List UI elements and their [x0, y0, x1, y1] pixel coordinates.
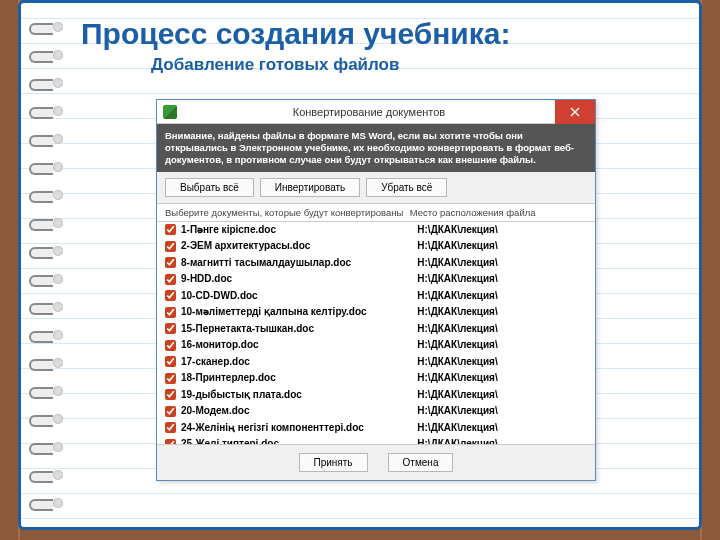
table-row[interactable]: 9-HDD.docH:\ДКАК\лекция\ — [157, 271, 595, 288]
close-button[interactable] — [555, 100, 595, 124]
file-name: 17-сканер.doc — [181, 355, 417, 370]
invert-button[interactable]: Инвертировать — [260, 178, 360, 197]
file-checkbox[interactable] — [165, 307, 176, 318]
table-row[interactable]: 19-дыбыстық плата.docH:\ДКАК\лекция\ — [157, 387, 595, 404]
file-path: H:\ДКАК\лекция\ — [417, 272, 587, 287]
file-path: H:\ДКАК\лекция\ — [417, 256, 587, 271]
file-name: 19-дыбыстық плата.doc — [181, 388, 417, 403]
table-row[interactable]: 18-Принтерлер.docH:\ДКАК\лекция\ — [157, 370, 595, 387]
dialog-title: Конвертирование документов — [183, 106, 595, 118]
column-path: Место расположения файла — [410, 207, 587, 218]
notebook-page: Процесс создания учебника: Добавление го… — [18, 0, 702, 530]
accept-button[interactable]: Принять — [299, 453, 368, 472]
file-checkbox[interactable] — [165, 406, 176, 417]
page-title: Процесс создания учебника: — [81, 17, 679, 51]
page-subtitle: Добавление готовых файлов — [151, 55, 679, 75]
file-name: 16-монитор.doc — [181, 338, 417, 353]
file-checkbox[interactable] — [165, 257, 176, 268]
file-path: H:\ДКАК\лекция\ — [417, 338, 587, 353]
file-checkbox[interactable] — [165, 274, 176, 285]
file-checkbox[interactable] — [165, 373, 176, 384]
file-checkbox[interactable] — [165, 323, 176, 334]
file-path: H:\ДКАК\лекция\ — [417, 421, 587, 436]
file-path: H:\ДКАК\лекция\ — [417, 388, 587, 403]
file-name: 25-Желі типтері.doc — [181, 437, 417, 444]
close-icon — [570, 107, 580, 117]
file-name: 10-CD-DWD.doc — [181, 289, 417, 304]
file-checkbox[interactable] — [165, 389, 176, 400]
file-path: H:\ДКАК\лекция\ — [417, 289, 587, 304]
file-path: H:\ДКАК\лекция\ — [417, 239, 587, 254]
file-checkbox[interactable] — [165, 422, 176, 433]
cancel-button[interactable]: Отмена — [388, 453, 454, 472]
clear-all-button[interactable]: Убрать всё — [366, 178, 447, 197]
table-row[interactable]: 10-мәліметтерді қалпына келтіру.docH:\ДК… — [157, 304, 595, 321]
file-path: H:\ДКАК\лекция\ — [417, 404, 587, 419]
file-checkbox[interactable] — [165, 224, 176, 235]
table-row[interactable]: 10-CD-DWD.docH:\ДКАК\лекция\ — [157, 288, 595, 305]
dialog-footer: Принять Отмена — [157, 444, 595, 480]
file-checkbox[interactable] — [165, 439, 176, 444]
file-list: 1-Пәнге кіріспе.docH:\ДКАК\лекция\2-ЭЕМ … — [157, 222, 595, 444]
warning-banner: Внимание, найдены файлы в формате MS Wor… — [157, 124, 595, 172]
file-name: 1-Пәнге кіріспе.doc — [181, 223, 417, 238]
table-row[interactable]: 17-сканер.docH:\ДКАК\лекция\ — [157, 354, 595, 371]
table-row[interactable]: 25-Желі типтері.docH:\ДКАК\лекция\ — [157, 436, 595, 444]
file-name: 2-ЭЕМ архитектурасы.doc — [181, 239, 417, 254]
file-checkbox[interactable] — [165, 241, 176, 252]
file-name: 20-Модем.doc — [181, 404, 417, 419]
table-row[interactable]: 2-ЭЕМ архитектурасы.docH:\ДКАК\лекция\ — [157, 238, 595, 255]
file-name: 9-HDD.doc — [181, 272, 417, 287]
select-all-button[interactable]: Выбрать всё — [165, 178, 254, 197]
table-row[interactable]: 20-Модем.docH:\ДКАК\лекция\ — [157, 403, 595, 420]
dialog-titlebar[interactable]: Конвертирование документов — [157, 100, 595, 124]
file-path: H:\ДКАК\лекция\ — [417, 355, 587, 370]
convert-dialog: Конвертирование документов Внимание, най… — [156, 99, 596, 481]
file-path: H:\ДКАК\лекция\ — [417, 437, 587, 444]
file-checkbox[interactable] — [165, 340, 176, 351]
selection-toolbar: Выбрать всё Инвертировать Убрать всё — [157, 172, 595, 204]
file-checkbox[interactable] — [165, 356, 176, 367]
list-header: Выберите документы, которые будут конвер… — [157, 204, 595, 222]
file-name: 10-мәліметтерді қалпына келтіру.doc — [181, 305, 417, 320]
file-path: H:\ДКАК\лекция\ — [417, 305, 587, 320]
file-name: 18-Принтерлер.doc — [181, 371, 417, 386]
file-path: H:\ДКАК\лекция\ — [417, 322, 587, 337]
file-path: H:\ДКАК\лекция\ — [417, 371, 587, 386]
column-file: Выберите документы, которые будут конвер… — [165, 207, 410, 218]
table-row[interactable]: 8-магнитті тасымалдаушылар.docH:\ДКАК\ле… — [157, 255, 595, 272]
table-row[interactable]: 16-монитор.docH:\ДКАК\лекция\ — [157, 337, 595, 354]
file-name: 15-Пернетакта-тышкан.doc — [181, 322, 417, 337]
table-row[interactable]: 1-Пәнге кіріспе.docH:\ДКАК\лекция\ — [157, 222, 595, 239]
app-icon — [163, 105, 177, 119]
table-row[interactable]: 24-Желінің негізгі компоненттері.docH:\Д… — [157, 420, 595, 437]
file-path: H:\ДКАК\лекция\ — [417, 223, 587, 238]
table-row[interactable]: 15-Пернетакта-тышкан.docH:\ДКАК\лекция\ — [157, 321, 595, 338]
spiral-binding — [29, 13, 69, 517]
file-name: 24-Желінің негізгі компоненттері.doc — [181, 421, 417, 436]
file-name: 8-магнитті тасымалдаушылар.doc — [181, 256, 417, 271]
file-checkbox[interactable] — [165, 290, 176, 301]
